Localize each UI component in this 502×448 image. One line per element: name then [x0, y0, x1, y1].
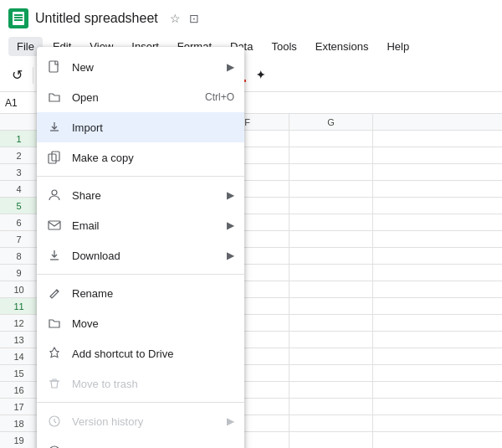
- menu-move-label: Move: [72, 317, 234, 330]
- download-arrow-icon: ▶: [227, 250, 234, 261]
- menu-entry-move[interactable]: Move: [37, 308, 244, 338]
- version-history-arrow-icon: ▶: [227, 415, 234, 427]
- svg-point-3: [52, 190, 57, 195]
- toolbar-separator-1: [33, 67, 33, 84]
- undo-button[interactable]: ↺: [7, 64, 28, 86]
- share-icon: [47, 188, 62, 203]
- divider-1: [37, 176, 244, 177]
- menu-add-shortcut-label: Add shortcut to Drive: [72, 348, 234, 360]
- menu-entry-import[interactable]: Import: [37, 112, 244, 142]
- email-arrow-icon: ▶: [227, 219, 234, 231]
- menu-help[interactable]: Help: [378, 37, 417, 56]
- row-header-10: 10: [0, 281, 38, 297]
- row-header-5: 5: [0, 198, 38, 214]
- menu-make-copy-label: Make a copy: [72, 152, 234, 164]
- new-arrow-icon: ▶: [227, 61, 234, 73]
- menu-new-label: New: [72, 61, 217, 74]
- col-header-g: G: [289, 114, 373, 130]
- copy-icon: [47, 150, 62, 165]
- row-header-18: 18: [0, 415, 38, 431]
- email-icon: [47, 218, 62, 233]
- menu-tools[interactable]: Tools: [263, 37, 305, 56]
- header-corner: [0, 114, 38, 130]
- row-header-11: 11: [0, 298, 38, 314]
- menu-open-label: Open: [72, 91, 195, 104]
- row-header-8: 8: [0, 248, 38, 264]
- svg-rect-4: [49, 221, 60, 229]
- menu-entry-share[interactable]: Share ▶: [37, 180, 244, 210]
- trash-icon: [47, 376, 62, 391]
- row-header-2: 2: [0, 147, 38, 163]
- menu-entry-make-copy[interactable]: Make a copy: [37, 142, 244, 173]
- menu-move-trash-label: Move to trash: [72, 378, 234, 390]
- share-arrow-icon: ▶: [227, 189, 234, 201]
- document-title[interactable]: Untitled spreadsheet: [35, 11, 158, 26]
- row-header-4: 4: [0, 181, 38, 197]
- row-header-3: 3: [0, 164, 38, 180]
- import-icon: [47, 120, 62, 135]
- offline-icon: [47, 444, 62, 448]
- row-header-19: 19: [0, 432, 38, 448]
- cell-g1[interactable]: [289, 131, 373, 147]
- row-header-14: 14: [0, 348, 38, 364]
- menu-entry-rename[interactable]: Rename: [37, 278, 244, 308]
- title-bar: Untitled spreadsheet ☆ ⊡: [0, 0, 502, 33]
- row-header-7: 7: [0, 231, 38, 247]
- row-header-13: 13: [0, 332, 38, 348]
- version-history-icon: [47, 414, 62, 429]
- menu-version-history-label: Version history: [72, 415, 217, 428]
- sheets-logo: [8, 8, 28, 28]
- menu-entry-offline[interactable]: Make available offline: [37, 436, 244, 448]
- drive-icon[interactable]: ⊡: [187, 10, 201, 27]
- open-icon: [47, 90, 62, 105]
- open-shortcut: Ctrl+O: [205, 91, 234, 103]
- move-icon: [47, 316, 62, 331]
- menu-email-label: Email: [72, 219, 217, 232]
- menu-entry-version-history: Version history ▶: [37, 406, 244, 436]
- menu-extensions[interactable]: Extensions: [307, 37, 377, 56]
- menu-entry-email[interactable]: Email ▶: [37, 210, 244, 240]
- divider-2: [37, 274, 244, 275]
- row-header-9: 9: [0, 265, 38, 281]
- menu-offline-label: Make available offline: [72, 445, 234, 449]
- download-icon: [47, 248, 62, 263]
- row-header-1: 1: [0, 131, 38, 147]
- menu-entry-new[interactable]: New ▶: [37, 52, 244, 82]
- row-header-12: 12: [0, 315, 38, 331]
- row-header-16: 16: [0, 382, 38, 398]
- menu-entry-open[interactable]: Open Ctrl+O: [37, 82, 244, 112]
- svg-rect-0: [49, 61, 58, 72]
- star-icon[interactable]: ☆: [168, 10, 182, 27]
- menu-import-label: Import: [72, 121, 234, 134]
- divider-3: [37, 402, 244, 403]
- menu-entry-move-trash: Move to trash: [37, 368, 244, 399]
- menu-download-label: Download: [72, 250, 217, 262]
- menu-entry-add-shortcut[interactable]: Add shortcut to Drive: [37, 338, 244, 368]
- menu-rename-label: Rename: [72, 287, 234, 300]
- menu-share-label: Share: [72, 189, 217, 202]
- row-header-6: 6: [0, 214, 38, 230]
- highlight-color-button[interactable]: ✦: [251, 66, 270, 84]
- menu-entry-download[interactable]: Download ▶: [37, 240, 244, 270]
- title-action-icons: ☆ ⊡: [168, 10, 201, 27]
- add-shortcut-icon: [47, 346, 62, 361]
- row-header-15: 15: [0, 365, 38, 381]
- row-header-17: 17: [0, 399, 38, 415]
- rename-icon: [47, 286, 62, 301]
- file-dropdown-menu: New ▶ Open Ctrl+O Import Make a copy Sha…: [37, 47, 244, 448]
- new-icon: [47, 59, 62, 75]
